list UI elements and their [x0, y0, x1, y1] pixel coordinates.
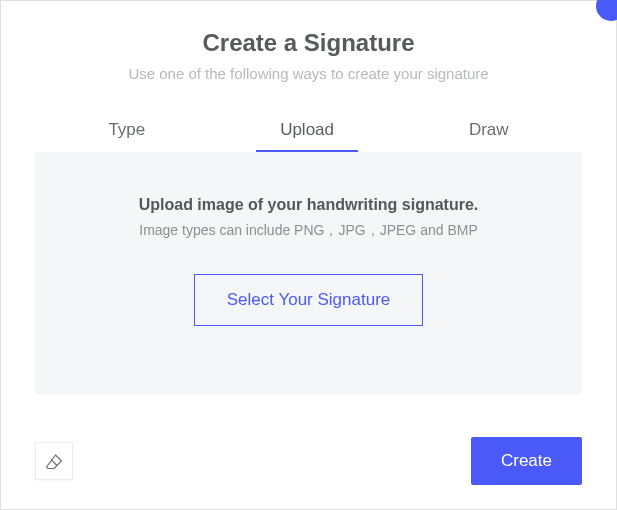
eraser-button[interactable] [35, 442, 73, 480]
signature-modal: Create a Signature Use one of the follow… [0, 0, 617, 510]
modal-title: Create a Signature [1, 29, 616, 57]
tab-draw[interactable]: Draw [445, 112, 533, 152]
modal-subtitle: Use one of the following ways to create … [1, 65, 616, 82]
select-signature-button[interactable]: Select Your Signature [194, 274, 424, 326]
tab-list: Type Upload Draw [1, 112, 616, 152]
modal-header: Create a Signature Use one of the follow… [1, 1, 616, 82]
tab-upload[interactable]: Upload [256, 112, 358, 152]
upload-hint: Image types can include PNG，JPG，JPEG and… [139, 222, 477, 240]
upload-instruction: Upload image of your handwriting signatu… [139, 196, 479, 214]
tab-type[interactable]: Type [84, 112, 169, 152]
svg-line-0 [51, 460, 57, 466]
modal-footer: Create [1, 437, 616, 485]
eraser-icon [45, 453, 63, 469]
upload-panel: Upload image of your handwriting signatu… [35, 152, 582, 394]
create-button[interactable]: Create [471, 437, 582, 485]
